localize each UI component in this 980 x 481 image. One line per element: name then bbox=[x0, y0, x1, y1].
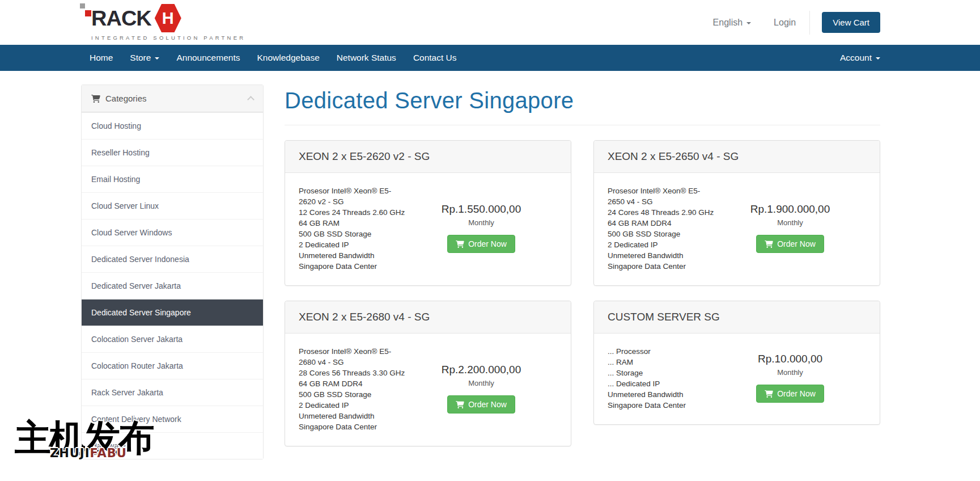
spec-line: Unmetered Bandwidth bbox=[299, 411, 405, 421]
sidebar-item-cloud-server-linux[interactable]: Cloud Server Linux bbox=[82, 192, 263, 219]
product-name: XEON 2 x E5-2680 v4 - SG bbox=[285, 301, 571, 334]
spec-line: 500 GB SSD Storage bbox=[608, 229, 714, 239]
spec-line: Prosesor Intel® Xeon® E5-2650 v4 - SG bbox=[608, 185, 714, 207]
product-specs: ... Processor ... RAM ... Storage ... De… bbox=[608, 345, 714, 411]
product-grid: XEON 2 x E5-2620 v2 - SG Prosesor Intel®… bbox=[285, 140, 880, 446]
logo-red-square bbox=[85, 10, 91, 16]
sidebar-item-email-hosting[interactable]: Email Hosting bbox=[82, 166, 263, 192]
product-specs: Prosesor Intel® Xeon® E5-2680 v4 - SG 28… bbox=[299, 345, 405, 432]
sidebar-item-hardware[interactable]: Hardware bbox=[82, 432, 263, 459]
sidebar-item-rack-server-jakarta[interactable]: Rack Server Jakarta bbox=[82, 379, 263, 406]
nav-item-knowledgebase[interactable]: Knowledgebase bbox=[248, 45, 328, 71]
spec-line: 500 GB SSD Storage bbox=[299, 229, 405, 239]
product-name: XEON 2 x E5-2650 v4 - SG bbox=[594, 141, 880, 173]
sidebar-item-dedicated-server-singapore[interactable]: Dedicated Server Singapore bbox=[82, 299, 263, 326]
spec-line: 2 Dedicated IP bbox=[299, 400, 405, 411]
product-specs: Prosesor Intel® Xeon® E5-2650 v4 - SG 24… bbox=[608, 184, 714, 272]
logo[interactable]: RACK H INTEGRATED SOLUTION PARTNER bbox=[81, 4, 245, 41]
spec-line: Prosesor Intel® Xeon® E5-2680 v4 - SG bbox=[299, 346, 405, 368]
spec-line: 500 GB SSD Storage bbox=[299, 389, 405, 400]
product-name: XEON 2 x E5-2620 v2 - SG bbox=[285, 141, 571, 173]
spec-line: 2 Dedicated IP bbox=[299, 239, 405, 250]
nav-item-account[interactable]: Account bbox=[831, 45, 889, 71]
logo-gray-square bbox=[80, 3, 85, 9]
nav-item-network-status[interactable]: Network Status bbox=[328, 45, 405, 71]
main-navbar: Home Store Announcements Knowledgebase N… bbox=[0, 45, 980, 71]
sidebar-item-reseller-hosting[interactable]: Reseller Hosting bbox=[82, 139, 263, 166]
sidebar-item-cloud-hosting[interactable]: Cloud Hosting bbox=[82, 112, 263, 139]
billing-cycle: Monthly bbox=[468, 218, 494, 227]
cart-icon bbox=[456, 241, 464, 248]
product-card: XEON 2 x E5-2650 v4 - SG Prosesor Intel®… bbox=[593, 140, 880, 286]
product-specs: Prosesor Intel® Xeon® E5-2620 v2 - SG 12… bbox=[299, 184, 405, 272]
spec-line: 64 GB RAM bbox=[299, 218, 405, 229]
header-divider bbox=[809, 11, 810, 35]
spec-line: 28 Cores 56 Threads 3.30 GHz bbox=[299, 368, 405, 378]
spec-line: 64 GB RAM DDR4 bbox=[299, 378, 405, 389]
cart-icon bbox=[765, 390, 773, 398]
logo-tagline: INTEGRATED SOLUTION PARTNER bbox=[91, 35, 245, 41]
order-now-button[interactable]: Order Now bbox=[447, 235, 515, 253]
product-card: XEON 2 x E5-2680 v4 - SG Prosesor Intel®… bbox=[285, 301, 571, 446]
product-price: Rp.1.900.000,00 bbox=[750, 203, 830, 216]
nav-item-announcements[interactable]: Announcements bbox=[168, 45, 248, 71]
order-now-button[interactable]: Order Now bbox=[756, 235, 824, 253]
spec-line: ... Processor bbox=[608, 346, 714, 357]
cart-icon bbox=[456, 401, 464, 408]
site-header: RACK H INTEGRATED SOLUTION PARTNER Engli… bbox=[0, 0, 980, 45]
logo-wordmark: RACK bbox=[91, 6, 151, 29]
nav-item-store[interactable]: Store bbox=[121, 45, 168, 71]
chevron-up-icon bbox=[247, 96, 254, 103]
view-cart-button[interactable]: View Cart bbox=[822, 12, 880, 33]
billing-cycle: Monthly bbox=[468, 379, 494, 387]
title-divider bbox=[285, 125, 880, 125]
nav-item-home[interactable]: Home bbox=[81, 45, 121, 71]
spec-line: Unmetered Bandwidth bbox=[608, 250, 714, 261]
cart-icon bbox=[765, 241, 773, 248]
spec-line: ... Dedicated IP bbox=[608, 378, 714, 389]
cart-icon bbox=[91, 95, 100, 103]
nav-item-contact-us[interactable]: Contact Us bbox=[405, 45, 465, 71]
spec-line: ... Storage bbox=[608, 368, 714, 378]
spec-line: ... RAM bbox=[608, 357, 714, 368]
spec-line: Unmetered Bandwidth bbox=[299, 250, 405, 261]
sidebar-item-content-delivery-network[interactable]: Content Delivery Network bbox=[82, 406, 263, 432]
login-link[interactable]: Login bbox=[774, 18, 796, 28]
spec-line: Prosesor Intel® Xeon® E5-2620 v2 - SG bbox=[299, 185, 405, 207]
spec-line: 2 Dedicated IP bbox=[608, 239, 714, 250]
chevron-down-icon bbox=[876, 57, 880, 60]
spec-line: Unmetered Bandwidth bbox=[608, 389, 714, 400]
spec-line: Singapore Data Center bbox=[299, 261, 405, 272]
spec-line: Singapore Data Center bbox=[299, 421, 405, 432]
sidebar-item-colocation-server-jakarta[interactable]: Colocation Server Jakarta bbox=[82, 326, 263, 352]
spec-line: 24 Cores 48 Threads 2.90 GHz bbox=[608, 207, 714, 218]
sidebar-item-dedicated-server-indonesia[interactable]: Dedicated Server Indonesia bbox=[82, 246, 263, 272]
billing-cycle: Monthly bbox=[777, 368, 803, 377]
spec-line: Singapore Data Center bbox=[608, 400, 714, 411]
sidebar-item-colocation-router-jakarta[interactable]: Colocation Router Jakarta bbox=[82, 352, 263, 379]
sidebar-item-cloud-server-windows[interactable]: Cloud Server Windows bbox=[82, 219, 263, 246]
billing-cycle: Monthly bbox=[777, 218, 803, 227]
page-title: Dedicated Server Singapore bbox=[285, 88, 880, 113]
categories-sidebar: Categories Cloud Hosting Reseller Hostin… bbox=[81, 85, 264, 459]
categories-header[interactable]: Categories bbox=[82, 85, 263, 112]
language-dropdown[interactable]: English bbox=[713, 18, 751, 28]
product-name: CUSTOM SERVER SG bbox=[594, 301, 880, 334]
order-now-button[interactable]: Order Now bbox=[756, 385, 824, 403]
product-price: Rp.2.200.000,00 bbox=[442, 364, 521, 376]
sidebar-item-dedicated-server-jakarta[interactable]: Dedicated Server Jakarta bbox=[82, 272, 263, 299]
logo-hexagon-icon: H bbox=[155, 4, 181, 32]
order-now-button[interactable]: Order Now bbox=[447, 395, 515, 414]
spec-line: Singapore Data Center bbox=[608, 261, 714, 272]
spec-line: 12 Cores 24 Threads 2.60 GHz bbox=[299, 207, 405, 218]
chevron-down-icon bbox=[155, 57, 159, 60]
product-price: Rp.1.550.000,00 bbox=[442, 203, 521, 216]
product-card: CUSTOM SERVER SG ... Processor ... RAM .… bbox=[593, 301, 880, 425]
product-price: Rp.10.000,00 bbox=[758, 353, 822, 365]
product-card: XEON 2 x E5-2620 v2 - SG Prosesor Intel®… bbox=[285, 140, 571, 286]
chevron-down-icon bbox=[746, 22, 751, 24]
spec-line: 64 GB RAM DDR4 bbox=[608, 218, 714, 229]
